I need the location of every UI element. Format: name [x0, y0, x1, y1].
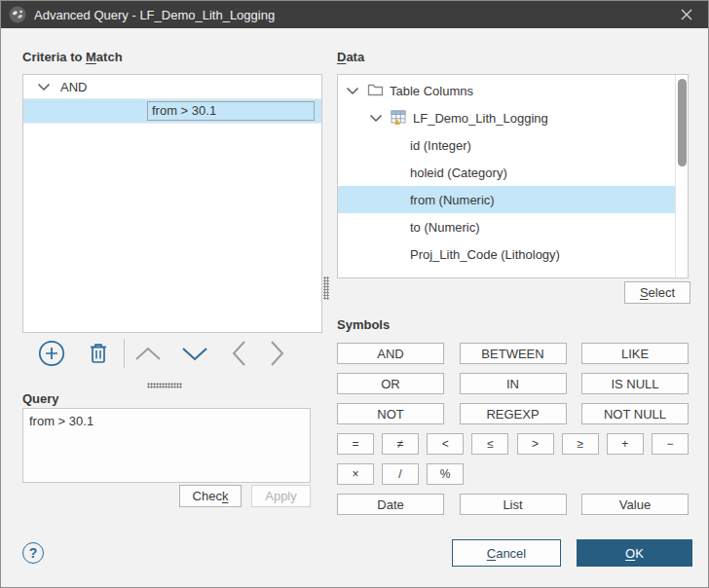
symbols-section-label: Symbols [337, 317, 390, 332]
tree-item-column[interactable]: to (Numeric) [338, 213, 675, 240]
tree-item-column[interactable]: holeid (Category) [338, 159, 675, 186]
symbol-like-button[interactable]: LIKE [581, 343, 689, 364]
symbol-not-null-button[interactable]: NOT NULL [581, 403, 689, 424]
operator-not-equals-button[interactable]: ≠ [382, 433, 419, 455]
data-tree-scrollbar[interactable] [675, 75, 688, 277]
tree-item-label: to (Numeric) [410, 220, 480, 235]
tree-item-column[interactable]: id (Integer) [338, 131, 675, 159]
query-section-label: Query [22, 391, 59, 406]
operator-modulo-button[interactable]: % [427, 463, 464, 485]
close-icon [681, 9, 692, 20]
criteria-toolbar [22, 336, 322, 371]
apply-button: Apply [251, 485, 311, 507]
delete-criteria-button[interactable] [87, 341, 110, 366]
tree-item-column-selected[interactable]: from (Numeric) [338, 186, 675, 213]
help-icon: ? [29, 545, 38, 561]
criteria-root-label: AND [60, 80, 87, 94]
trash-icon [87, 341, 110, 366]
symbols-operator-row-2: × / % [337, 463, 689, 485]
close-button[interactable] [664, 1, 708, 28]
data-section-label: Data [337, 50, 364, 64]
advanced-query-dialog: Advanced Query - LF_Demo_Lith_Logging Cr… [0, 0, 709, 588]
criteria-root-row[interactable]: AND [23, 75, 321, 99]
scrollbar-thumb[interactable] [678, 79, 687, 166]
symbol-between-button[interactable]: BETWEEN [460, 343, 567, 364]
operator-divide-button[interactable]: / [382, 463, 419, 485]
chevron-down-icon [181, 347, 208, 361]
tree-item-label: Proj_Lith_Code (Lithology) [410, 247, 560, 262]
ok-button[interactable]: OK [577, 539, 692, 567]
select-button[interactable]: Select [624, 281, 690, 304]
symbol-and-button[interactable]: AND [337, 343, 444, 364]
symbol-is-null-button[interactable]: IS NULL [581, 373, 689, 394]
chevron-left-icon [232, 340, 246, 367]
tree-item-table[interactable]: LF_Demo_Lith_Logging [338, 104, 675, 131]
criteria-item-editor[interactable]: from > 30.1 [147, 101, 315, 121]
titlebar: Advanced Query - LF_Demo_Lith_Logging [1, 1, 708, 28]
toolbar-separator [124, 339, 125, 368]
app-logo-icon [9, 6, 26, 23]
symbols-keyword-row-3: NOT REGEXP NOT NULL [337, 403, 689, 424]
move-right-button[interactable] [270, 340, 284, 367]
symbol-in-button[interactable]: IN [460, 373, 567, 394]
criteria-item-row[interactable]: from > 30.1 [23, 99, 321, 124]
chevron-down-icon[interactable] [37, 83, 51, 92]
vertical-splitter-handle[interactable] [323, 276, 329, 300]
operator-plus-button[interactable]: + [607, 433, 644, 455]
chevron-right-icon [270, 340, 284, 367]
symbol-or-button[interactable]: OR [337, 373, 444, 394]
horizontal-splitter-handle[interactable] [147, 383, 182, 388]
operator-greater-than-button[interactable]: > [517, 433, 554, 455]
symbols-keyword-row-2: OR IN IS NULL [337, 373, 689, 394]
operator-minus-button[interactable]: − [652, 433, 689, 455]
operator-less-than-button[interactable]: < [427, 433, 464, 455]
symbols-value-row: Date List Value [337, 494, 689, 515]
help-button[interactable]: ? [22, 542, 44, 564]
symbols-operator-row-1: = ≠ < ≤ > ≥ + − [337, 433, 689, 455]
tree-item-label: from (Numeric) [410, 193, 495, 207]
tree-item-table-columns[interactable]: Table Columns [338, 77, 675, 104]
operator-greater-equal-button[interactable]: ≥ [562, 433, 599, 455]
operator-multiply-button[interactable]: × [337, 463, 374, 485]
criteria-section-label: Criteria to Match [22, 50, 123, 64]
operator-less-equal-button[interactable]: ≤ [471, 433, 508, 455]
add-criteria-button[interactable] [38, 340, 65, 367]
symbol-regexp-button[interactable]: REGEXP [460, 403, 567, 424]
criteria-tree[interactable]: AND from > 30.1 [22, 74, 322, 333]
folder-icon [367, 83, 384, 98]
list-button[interactable]: List [460, 494, 567, 515]
tree-item-column[interactable]: Proj_Lith_Code (Lithology) [338, 240, 675, 268]
value-button[interactable]: Value [581, 494, 689, 515]
operator-equals-button[interactable]: = [337, 433, 374, 455]
date-button[interactable]: Date [337, 494, 444, 515]
symbols-keyword-row-1: AND BETWEEN LIKE [337, 343, 689, 364]
chevron-down-icon[interactable] [346, 87, 359, 95]
tree-item-label: LF_Demo_Lith_Logging [413, 111, 548, 126]
chevron-up-icon [134, 347, 162, 361]
move-down-button[interactable] [181, 347, 208, 361]
chevron-down-icon[interactable] [369, 114, 383, 123]
move-up-button[interactable] [134, 347, 162, 361]
move-left-button[interactable] [232, 340, 246, 367]
plus-circle-icon [38, 340, 65, 367]
tree-item-label: holeid (Category) [410, 165, 507, 180]
query-text-input[interactable]: from > 30.1 [22, 408, 311, 483]
tree-item-label: Table Columns [390, 84, 473, 98]
cancel-button[interactable]: Cancel [452, 539, 561, 567]
symbol-not-button[interactable]: NOT [337, 403, 444, 424]
data-tree[interactable]: Table Columns LF_Demo_Lith_Logging [337, 74, 689, 278]
window-title: Advanced Query - LF_Demo_Lith_Logging [34, 8, 664, 22]
check-button[interactable]: Check [179, 485, 242, 507]
table-warning-icon [391, 110, 407, 126]
tree-item-label: id (Integer) [410, 138, 471, 153]
